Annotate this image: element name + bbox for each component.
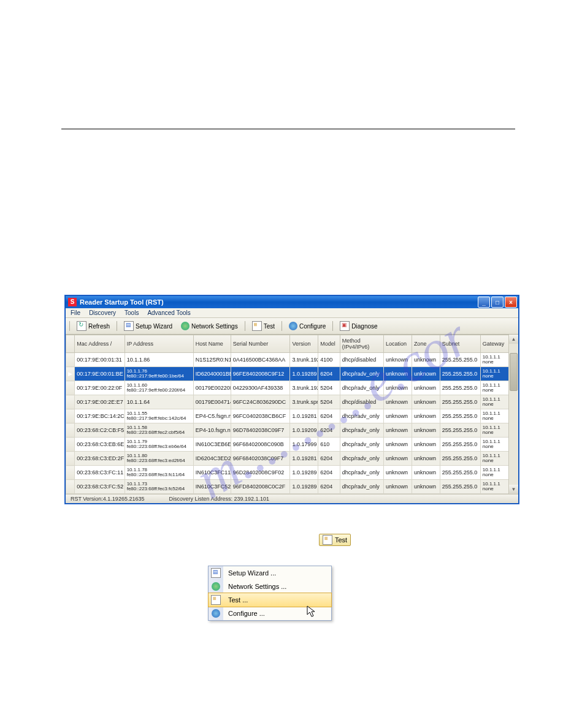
table-cell[interactable]: unknown xyxy=(384,466,412,480)
table-cell[interactable]: 1.0.19289 xyxy=(290,480,318,494)
table-cell[interactable]: 10.1.1.1 none xyxy=(480,409,508,423)
table-cell[interactable]: 10.1.1.73fe80::223:68ff:fec3:fc52/64 xyxy=(124,480,193,494)
table-cell[interactable]: dhcp/radv_only xyxy=(340,409,383,423)
table-cell[interactable]: 1.0.19209 xyxy=(290,423,318,438)
minimize-button[interactable]: _ xyxy=(478,297,490,308)
col-ip[interactable]: IP Address xyxy=(124,335,193,353)
table-cell[interactable]: 6204 xyxy=(318,367,340,381)
table-cell[interactable]: 10.1.1.64 xyxy=(124,395,193,409)
table-cell[interactable]: 255.255.255.0 xyxy=(440,353,480,367)
table-cell[interactable]: 1.0.17999 xyxy=(290,438,318,452)
table-cell[interactable]: 6204 xyxy=(318,466,340,480)
table-cell[interactable]: unknown xyxy=(412,466,440,480)
table-cell[interactable]: unknown xyxy=(384,381,412,395)
table-cell[interactable]: 255.255.255.0 xyxy=(440,466,480,480)
table-cell[interactable]: 3.trunk.192 xyxy=(290,381,318,395)
scroll-thumb[interactable] xyxy=(510,353,518,391)
table-cell[interactable]: 10.1.1.76fe80::217:9eff:fe00:1be/64 xyxy=(124,367,193,381)
table-cell[interactable] xyxy=(66,466,75,480)
table-cell[interactable]: 04229300AF439338 xyxy=(231,381,290,395)
table-cell[interactable]: dhcp/radv_only xyxy=(340,423,383,438)
table-cell[interactable] xyxy=(66,395,75,409)
test-button-standalone[interactable]: Test xyxy=(319,534,351,546)
table-cell[interactable]: 96D78402038C09F7 xyxy=(231,423,290,438)
configure-button[interactable]: Configure xyxy=(286,320,329,332)
table-cell[interactable]: 10.1.1.1 none xyxy=(480,367,508,381)
col-method[interactable]: Method (IPv4/IPv6) xyxy=(340,335,383,353)
menu-tools[interactable]: Tools xyxy=(124,309,139,316)
table-cell[interactable]: 1.0.19281 xyxy=(290,409,318,423)
menu-discovery[interactable]: Discovery xyxy=(89,309,116,316)
table-row[interactable]: 00:23:68:C3:FC:5210.1.1.73fe80::223:68ff… xyxy=(66,480,518,494)
table-cell[interactable]: 96F68402038C09F7 xyxy=(231,452,290,466)
table-cell[interactable]: unknown xyxy=(384,438,412,452)
table-cell[interactable]: IN610C3FC11.f xyxy=(193,466,231,480)
table-cell[interactable]: unknown xyxy=(412,409,440,423)
table-cell[interactable]: 5204 xyxy=(318,381,340,395)
table-cell[interactable]: 00:17:9E:00:22:0F xyxy=(75,381,124,395)
col-model[interactable]: Model xyxy=(318,335,340,353)
table-cell[interactable]: 96F68402008C090B xyxy=(231,438,290,452)
table-cell[interactable]: dhcp/radv_only xyxy=(340,452,383,466)
table-cell[interactable]: ID6204C3ED2F xyxy=(193,452,231,466)
table-cell[interactable]: dhcp/disabled xyxy=(340,395,383,409)
test-button[interactable]: Test xyxy=(249,320,278,332)
col-mac[interactable]: Mac Address / xyxy=(75,335,124,353)
table-cell[interactable]: IN610C3EB6E.f xyxy=(193,438,231,452)
table-cell[interactable]: 610 xyxy=(318,438,340,452)
diagnose-button[interactable]: Diagnose xyxy=(337,320,380,332)
table-row[interactable]: 00:23:68:C2:CB:F510.1.1.58fe80::223:68ff… xyxy=(66,423,518,438)
table-cell[interactable]: 10.1.1.86 xyxy=(124,353,193,367)
col-subnet[interactable]: Subnet xyxy=(440,335,480,353)
table-cell[interactable]: 00:17:9E:BC:14:2C xyxy=(75,409,124,423)
table-cell[interactable] xyxy=(66,381,75,395)
table-cell[interactable]: 0A416500BC4368AA xyxy=(231,353,290,367)
col-host[interactable]: Host Name xyxy=(193,335,231,353)
vertical-scrollbar[interactable]: ▲ ▼ xyxy=(508,335,518,494)
table-cell[interactable]: unknown xyxy=(412,438,440,452)
titlebar[interactable]: S Reader Startup Tool (RST) _ □ × xyxy=(66,296,518,308)
table-cell[interactable] xyxy=(66,353,75,367)
table-cell[interactable]: 10.1.1.58fe80::223:68ff:fec2:cbf5/64 xyxy=(124,423,193,438)
table-cell[interactable]: 6204 xyxy=(318,409,340,423)
table-cell[interactable]: 255.255.255.0 xyxy=(440,480,480,494)
table-cell[interactable]: unknown xyxy=(384,395,412,409)
table-row[interactable]: 00:23:68:C3:EB:6E10.1.1.79fe80::223:68ff… xyxy=(66,438,518,452)
table-cell[interactable]: unknown xyxy=(412,367,440,381)
table-cell[interactable]: 3.trunk.192 xyxy=(290,353,318,367)
table-cell[interactable]: 00179E004714 xyxy=(193,395,231,409)
table-cell[interactable]: dhcp/radv_only xyxy=(340,381,383,395)
table-cell[interactable]: unknown xyxy=(412,452,440,466)
table-cell[interactable]: 10.1.1.55fe80::217:9eff:febc:142c/64 xyxy=(124,409,193,423)
table-cell[interactable]: dhcp/radv_only xyxy=(340,480,383,494)
table-cell[interactable]: 96FC0402038CB6CF xyxy=(231,409,290,423)
table-cell[interactable]: 00:23:68:C3:ED:2F xyxy=(75,452,124,466)
menu-item-net[interactable]: Network Settings ... xyxy=(209,580,331,593)
table-cell[interactable]: 255.255.255.0 xyxy=(440,409,480,423)
table-cell[interactable]: 10.1.1.1 none xyxy=(480,452,508,466)
table-cell[interactable]: 255.255.255.0 xyxy=(440,452,480,466)
network-settings-button[interactable]: Network Settings xyxy=(178,320,241,332)
table-cell[interactable]: unknown xyxy=(412,480,440,494)
table-cell[interactable]: 4100 xyxy=(318,353,340,367)
menu-item-wizard[interactable]: Setup Wizard ... xyxy=(209,566,331,580)
table-cell[interactable]: unknown xyxy=(412,395,440,409)
table-cell[interactable]: 255.255.255.0 xyxy=(440,395,480,409)
table-cell[interactable]: 3.trunk.spr xyxy=(290,395,318,409)
table-cell[interactable]: 255.255.255.0 xyxy=(440,438,480,452)
table-cell[interactable]: unknown xyxy=(384,452,412,466)
table-row[interactable]: 00:17:9E:BC:14:2C10.1.1.55fe80::217:9eff… xyxy=(66,409,518,423)
table-cell[interactable]: unknown xyxy=(412,423,440,438)
table-cell[interactable]: dhcp/radv_only xyxy=(340,438,383,452)
table-cell[interactable]: 255.255.255.0 xyxy=(440,423,480,438)
table-row[interactable]: 00:23:68:C3:FC:1110.1.1.78fe80::223:68ff… xyxy=(66,466,518,480)
maximize-button[interactable]: □ xyxy=(491,297,504,308)
col-zone[interactable]: Zone xyxy=(412,335,440,353)
menu-file[interactable]: File xyxy=(71,309,80,316)
table-cell[interactable]: 10.1.1.1 none xyxy=(480,466,508,480)
table-cell[interactable]: unknown xyxy=(384,480,412,494)
table-cell[interactable]: 10.1.1.1 none xyxy=(480,438,508,452)
table-cell[interactable]: unknown xyxy=(384,409,412,423)
col-serial[interactable]: Serial Number xyxy=(231,335,290,353)
header-row[interactable]: Mac Address / IP Address Host Name Seria… xyxy=(66,335,518,353)
